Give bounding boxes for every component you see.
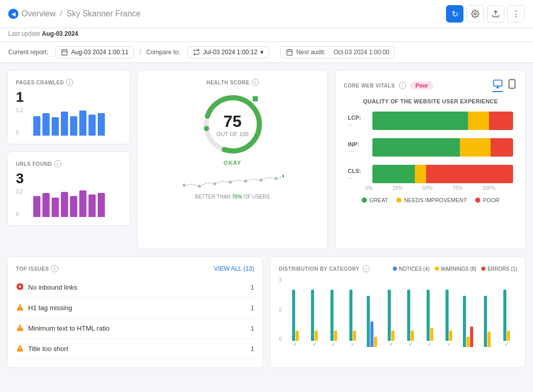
teal-bar bbox=[349, 290, 352, 341]
compare-report-selector[interactable]: Jul-03 2024 1:00:12 ▾ bbox=[187, 46, 269, 58]
dist-y-axis: 320 bbox=[279, 276, 285, 343]
health-score-value: 75 bbox=[216, 112, 249, 131]
bar bbox=[88, 115, 96, 136]
dist-column: ✓ bbox=[498, 280, 515, 347]
svg-rect-6 bbox=[287, 50, 293, 55]
dist-column: ✓ bbox=[325, 280, 343, 347]
yellow-bar bbox=[296, 331, 299, 341]
dist-column: ✓ bbox=[306, 280, 323, 347]
teal-bar bbox=[292, 290, 295, 341]
current-report-selector[interactable]: Aug-03 2024 1:00:11 bbox=[55, 46, 134, 58]
dist-legend-item: NOTICES (4) bbox=[393, 266, 429, 272]
distribution-card: DISTRIBUTION BY CATEGORY i NOTICES (4)WA… bbox=[270, 256, 526, 368]
blue-bar bbox=[370, 321, 373, 347]
vital-row: CLS:---- bbox=[348, 165, 513, 183]
vital-segment bbox=[491, 138, 513, 157]
pages-crawled-info[interactable]: i bbox=[66, 79, 73, 86]
svg-point-12 bbox=[204, 126, 209, 131]
vital-segment bbox=[372, 165, 415, 183]
check-icon: ✓ bbox=[293, 342, 297, 347]
urls-found-label: URLS FOUND i bbox=[16, 160, 121, 167]
vital-bar-wrap bbox=[372, 165, 513, 183]
dist-column: ✓ bbox=[440, 280, 458, 347]
yellow-bar bbox=[449, 331, 452, 341]
desktop-icon[interactable] bbox=[493, 79, 503, 92]
settings-button[interactable] bbox=[467, 5, 484, 23]
bar bbox=[33, 116, 40, 136]
dist-chart: ✓✓✓✓✓✓✓✓✓ bbox=[285, 280, 517, 347]
svg-point-19 bbox=[275, 177, 278, 180]
health-score-label: HEALTH SCORE i bbox=[206, 79, 258, 86]
health-score-card: HEALTH SCORE i 75 OUT OF 100 OKAY bbox=[137, 70, 328, 249]
dist-column: ✓ bbox=[383, 280, 400, 347]
svg-rect-2 bbox=[62, 50, 68, 55]
next-audit-value: Oct-03 2024 1:00:00 bbox=[334, 49, 389, 56]
pages-crawled-axis-bottom: 0 bbox=[16, 130, 23, 136]
yellow-bar bbox=[391, 331, 394, 341]
mobile-icon[interactable] bbox=[507, 79, 517, 92]
pages-crawled-axis-top: 1.2 bbox=[16, 107, 23, 113]
vital-label: LCP:---- bbox=[348, 115, 367, 127]
better-label: BETTER THAN 70% OF USERS bbox=[195, 194, 270, 200]
urls-found-info[interactable]: i bbox=[54, 160, 61, 167]
warning-icon bbox=[16, 344, 24, 354]
cwv-info[interactable]: i bbox=[399, 82, 406, 89]
header-left: ◀ Overview / Sky Skanner France bbox=[8, 9, 141, 19]
dist-legend-item: ERRORS (1) bbox=[481, 266, 517, 272]
svg-rect-21 bbox=[494, 80, 502, 86]
dist-column bbox=[459, 280, 477, 347]
yellow-bar bbox=[334, 331, 337, 341]
dist-title: DISTRIBUTION BY CATEGORY bbox=[279, 266, 360, 272]
issue-count: 1 bbox=[251, 284, 254, 291]
vital-label: INP:---- bbox=[348, 141, 367, 154]
vital-segment bbox=[415, 165, 426, 183]
top-row: PAGES CRAWLED i 1 1.2 0 bbox=[7, 70, 526, 249]
core-web-vitals-card: CORE WEB VITALS i Poor QUALITY OF THE WE… bbox=[335, 70, 526, 249]
check-icon: ✓ bbox=[504, 342, 508, 347]
view-all-link[interactable]: VIEW ALL (13) bbox=[214, 265, 254, 272]
vitals-axis: 0%25%50%75%100% bbox=[344, 183, 517, 191]
teal-bar bbox=[427, 290, 430, 341]
issues-info[interactable]: i bbox=[51, 265, 58, 272]
warning-icon bbox=[16, 303, 24, 313]
check-icon: ✓ bbox=[409, 342, 413, 347]
warning-icon bbox=[16, 323, 24, 333]
teal-bar bbox=[367, 296, 370, 347]
issue-row: Title too short1 bbox=[16, 339, 254, 359]
refresh-button[interactable]: ↻ bbox=[446, 5, 463, 23]
teal-bar bbox=[407, 290, 410, 341]
dist-info[interactable]: i bbox=[363, 265, 370, 272]
pages-crawled-card: PAGES CRAWLED i 1 1.2 0 bbox=[7, 70, 130, 144]
dist-legend: NOTICES (4)WARNINGS (8)ERRORS (1) bbox=[393, 266, 517, 272]
vital-segment bbox=[372, 138, 460, 157]
error-icon bbox=[16, 282, 24, 292]
health-status: OKAY bbox=[224, 160, 241, 166]
health-score-info[interactable]: i bbox=[252, 79, 259, 86]
teal-bar bbox=[484, 296, 487, 347]
check-icon: ✓ bbox=[428, 342, 432, 347]
top-issues-card: TOP ISSUES i VIEW ALL (13) No inbound li… bbox=[7, 256, 263, 368]
cwv-subtitle: QUALITY OF THE WEBSITE USER EXPERIENCE bbox=[344, 98, 517, 104]
sparkline-wrap bbox=[176, 170, 289, 192]
left-column: PAGES CRAWLED i 1 1.2 0 bbox=[7, 70, 130, 249]
cwv-title: CORE WEB VITALS bbox=[344, 83, 395, 89]
current-report-value: Aug-03 2024 1:00:11 bbox=[71, 49, 128, 56]
svg-point-14 bbox=[198, 185, 201, 188]
bar bbox=[70, 116, 77, 136]
svg-point-18 bbox=[259, 179, 262, 182]
health-score-out-of: OUT OF 100 bbox=[216, 131, 249, 137]
bar bbox=[52, 117, 59, 136]
header-actions: ↻ ⋮ bbox=[446, 5, 525, 23]
more-button[interactable]: ⋮ bbox=[507, 5, 525, 23]
svg-point-13 bbox=[183, 184, 186, 187]
issue-row: H1 tag missing1 bbox=[16, 298, 254, 318]
svg-point-0 bbox=[474, 13, 476, 15]
bar bbox=[42, 113, 50, 136]
svg-point-37 bbox=[19, 350, 20, 351]
upload-button[interactable] bbox=[487, 5, 504, 23]
next-audit-label: Next audit: bbox=[296, 49, 325, 56]
teal-bar bbox=[503, 290, 506, 341]
vital-row: INP:---- bbox=[348, 138, 513, 157]
dist-legend-dot bbox=[435, 267, 439, 271]
dist-column: ✓ bbox=[402, 280, 419, 347]
